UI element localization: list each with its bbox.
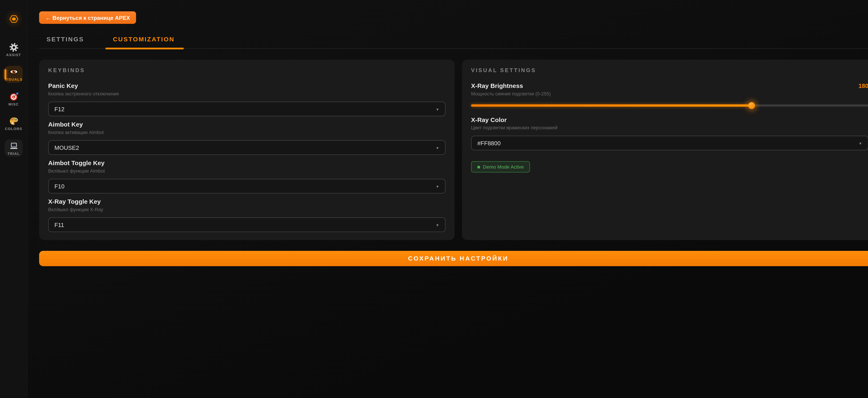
field-description: Вкл/выкл функции Aimbot [48, 168, 446, 174]
field-label: X-Ray Brightness [471, 82, 523, 89]
chevron-down-icon: ▼ [436, 146, 439, 150]
aimbot-toggle-key-select[interactable]: F10 ▼ [48, 179, 446, 194]
visual-settings-panel-title: VISUAL SETTINGS [471, 67, 868, 73]
sidebar: ASSIST VISUALS [0, 0, 28, 398]
aimbot-key-field: Aimbot Key Кнопка активации Aimbot MOUSE… [48, 121, 446, 155]
eye-icon [9, 67, 19, 77]
sidebar-item-label: COLORS [5, 126, 22, 131]
visual-settings-panel: VISUAL SETTINGS X-Ray Brightness 180 Мощ… [462, 60, 868, 240]
select-value: #FF8800 [477, 140, 501, 146]
aimbot-toggle-key-field: Aimbot Toggle Key Вкл/выкл функции Aimbo… [48, 160, 446, 194]
tab-customization[interactable]: CUSTOMIZATION [105, 31, 184, 48]
select-value: F11 [54, 222, 64, 228]
field-label: Aimbot Toggle Key [48, 160, 446, 167]
field-description: Мощность сияния подсветки (0-255) [471, 91, 868, 96]
xray-color-select[interactable]: #FF8800 ▼ [471, 136, 868, 150]
panels-row: KEYBINDS Panic Key Кнопка экстренного от… [39, 60, 868, 240]
chevron-down-icon: ▼ [436, 107, 439, 111]
status-dot-icon [477, 166, 480, 168]
sidebar-item-misc[interactable]: MISC [4, 90, 23, 107]
xray-brightness-slider-thumb[interactable] [748, 102, 755, 109]
sidebar-item-label: TRIAL [7, 151, 20, 155]
panic-key-field: Panic Key Кнопка экстренного отключения … [48, 82, 446, 116]
hexagon-logo-icon [9, 14, 19, 24]
chevron-down-icon: ▼ [436, 223, 439, 227]
chevron-down-icon: ▼ [859, 141, 862, 145]
field-label: Aimbot Key [48, 121, 446, 128]
select-value: F12 [54, 106, 64, 112]
xray-brightness-value: 180 [859, 82, 868, 89]
xray-brightness-slider[interactable] [471, 102, 868, 110]
field-label: Panic Key [48, 82, 446, 89]
app-window: ASSIST VISUALS [0, 0, 868, 398]
sidebar-item-trial[interactable]: TRIAL [4, 140, 23, 157]
main-content: ← Вернуться к странице APEX SETTINGS CUS… [28, 0, 868, 398]
palette-icon [9, 116, 19, 126]
xray-brightness-slider-fill [471, 105, 751, 107]
keybinds-panel: KEYBINDS Panic Key Кнопка экстренного от… [39, 60, 455, 240]
field-label: X-Ray Color [471, 116, 868, 123]
app-logo[interactable] [9, 3, 19, 34]
xray-brightness-field: X-Ray Brightness 180 Мощность сияния под… [471, 82, 868, 110]
back-to-apex-button[interactable]: ← Вернуться к странице APEX [39, 11, 136, 24]
xray-toggle-key-select[interactable]: F11 ▼ [48, 218, 446, 232]
tab-settings[interactable]: SETTINGS [39, 31, 93, 48]
field-label: X-Ray Toggle Key [48, 198, 446, 205]
field-description: Цвет подсветки вражеских персонажей [471, 125, 868, 131]
select-value: F10 [54, 183, 64, 189]
aimbot-key-select[interactable]: MOUSE2 ▼ [48, 140, 446, 155]
field-description: Кнопка экстренного отключения [48, 91, 446, 96]
demo-mode-badge-label: Demo Mode Active [483, 164, 524, 170]
tab-bar: SETTINGS CUSTOMIZATION [39, 31, 868, 49]
sidebar-item-visuals[interactable]: VISUALS [4, 65, 23, 83]
sidebar-item-colors[interactable]: COLORS [4, 115, 23, 132]
xray-toggle-key-field: X-Ray Toggle Key Вкл/выкл функции X-Ray … [48, 198, 446, 232]
sidebar-item-label: ASSIST [6, 53, 21, 56]
demo-mode-badge: Demo Mode Active [471, 161, 530, 172]
chevron-down-icon: ▼ [436, 184, 439, 188]
keybinds-panel-title: KEYBINDS [48, 67, 446, 73]
xray-color-field: X-Ray Color Цвет подсветки вражеских пер… [471, 116, 868, 150]
save-settings-button[interactable]: СОХРАНИТЬ НАСТРОЙКИ [39, 251, 868, 266]
sidebar-item-label: VISUALS [5, 77, 23, 81]
gear-icon [9, 42, 19, 52]
field-description: Вкл/выкл функции X-Ray [48, 207, 446, 212]
select-value: MOUSE2 [54, 144, 79, 151]
active-indicator-bar [4, 69, 6, 79]
field-description: Кнопка активации Aimbot [48, 129, 446, 135]
target-icon [9, 92, 19, 101]
sidebar-item-label: MISC [8, 102, 19, 106]
sidebar-item-assist[interactable]: ASSIST [4, 41, 23, 58]
sidebar-nav: ASSIST VISUALS [4, 41, 23, 157]
laptop-icon [9, 141, 19, 151]
panic-key-select[interactable]: F12 ▼ [48, 102, 446, 116]
